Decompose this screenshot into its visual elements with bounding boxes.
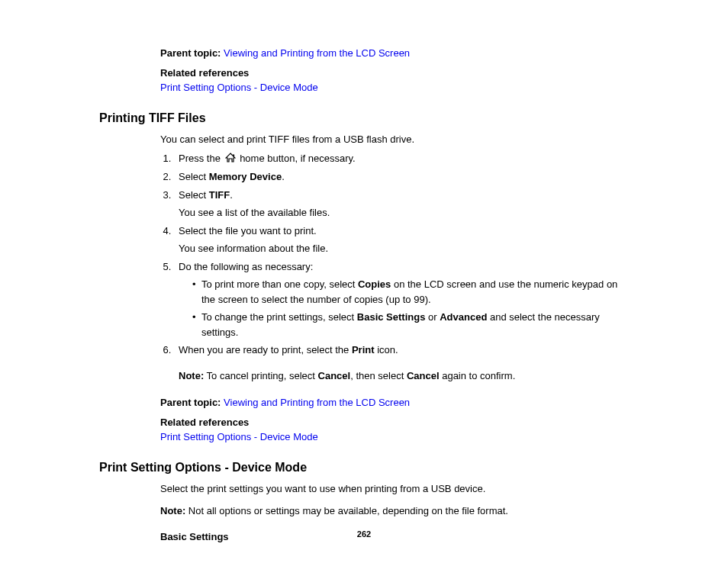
step-bold: TIFF [209, 189, 230, 201]
home-icon [225, 152, 236, 167]
step-item: Select TIFF. You see a list of the avail… [174, 188, 629, 220]
section-heading-print-setting-options: Print Setting Options - Device Mode [99, 458, 629, 477]
bullet-text: To change the print settings, select [201, 311, 357, 323]
step-subtext: You see information about the file. [179, 241, 629, 256]
parent-topic-line: Parent topic: Viewing and Printing from … [160, 395, 629, 410]
section-intro: Select the print settings you want to us… [160, 481, 629, 497]
step-item: Do the following as necessary: To print … [174, 259, 629, 340]
parent-topic-link[interactable]: Viewing and Printing from the LCD Screen [224, 397, 410, 408]
parent-topic-label: Parent topic: [160, 47, 221, 59]
bullet-bold: Advanced [440, 311, 487, 323]
note-block: Note: To cancel printing, select Cancel,… [179, 368, 629, 384]
step-item: Select Memory Device. [174, 169, 629, 185]
step-bold: Memory Device [209, 171, 282, 182]
section-intro: You can select and print TIFF files from… [160, 132, 629, 147]
step-text: When you are ready to print, select the [179, 344, 352, 355]
parent-topic-label: Parent topic: [160, 397, 221, 408]
note-label: Note: [160, 505, 185, 516]
note-text: Not all options or settings may be avail… [185, 505, 508, 516]
step-item: Press the home button, if necessary. [174, 151, 629, 166]
bullet-text: To print more than one copy, select [201, 278, 358, 290]
step-text: home button, if necessary. [237, 153, 356, 164]
note-bold: Cancel [318, 370, 351, 381]
note-text: again to confirm. [440, 370, 516, 381]
step-text: icon. [375, 344, 398, 355]
related-reference-link[interactable]: Print Setting Options - Device Mode [160, 431, 318, 442]
step-text: Select the file you want to print. [179, 225, 317, 236]
step-text: Select [179, 171, 209, 182]
step-text: Press the [179, 153, 224, 164]
related-references-label: Related references [160, 66, 629, 81]
step-text: Select [179, 189, 209, 201]
bullet-bold: Basic Settings [357, 311, 426, 323]
note-bold: Cancel [407, 370, 440, 381]
page-number: 262 [0, 528, 728, 541]
note-text: , then select [350, 370, 407, 381]
step-subtext: You see a list of the available files. [179, 205, 629, 220]
parent-topic-line: Parent topic: Viewing and Printing from … [160, 46, 629, 61]
step-item: Select the file you want to print. You s… [174, 224, 629, 256]
step-text: . [282, 171, 285, 182]
bullet-item: To print more than one copy, select Copi… [192, 277, 629, 307]
note-label: Note: [179, 370, 204, 381]
section-heading-printing-tiff: Printing TIFF Files [99, 109, 629, 127]
parent-topic-link[interactable]: Viewing and Printing from the LCD Screen [224, 47, 410, 59]
steps-list: Press the home button, if necessary. Sel… [160, 151, 629, 383]
related-references-label: Related references [160, 415, 629, 430]
bullet-text: or [425, 311, 440, 323]
bullet-bold: Copies [358, 278, 391, 290]
bullet-item: To change the print settings, select Bas… [192, 310, 629, 339]
bullet-list: To print more than one copy, select Copi… [179, 277, 629, 339]
note-text: To cancel printing, select [204, 370, 317, 381]
step-bold: Print [352, 344, 375, 355]
step-text: . [230, 189, 233, 201]
step-item: When you are ready to print, select the … [174, 343, 629, 383]
note-block: Note: Not all options or settings may be… [160, 503, 629, 519]
step-text: Do the following as necessary: [179, 261, 313, 272]
related-reference-link[interactable]: Print Setting Options - Device Mode [160, 82, 318, 93]
